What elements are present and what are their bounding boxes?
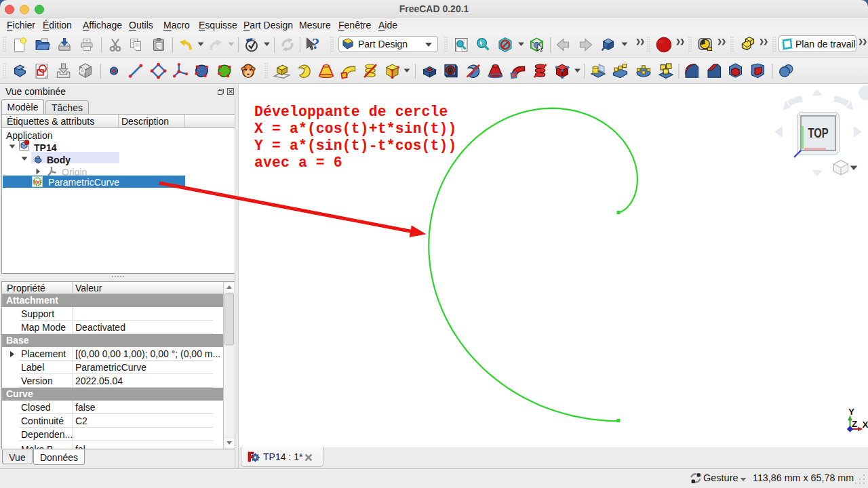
svg-text:Z: Z: [852, 419, 857, 429]
svg-text:X: X: [863, 420, 868, 430]
svg-text:Y: Y: [848, 407, 854, 417]
svg-text:TOP: TOP: [808, 125, 828, 141]
